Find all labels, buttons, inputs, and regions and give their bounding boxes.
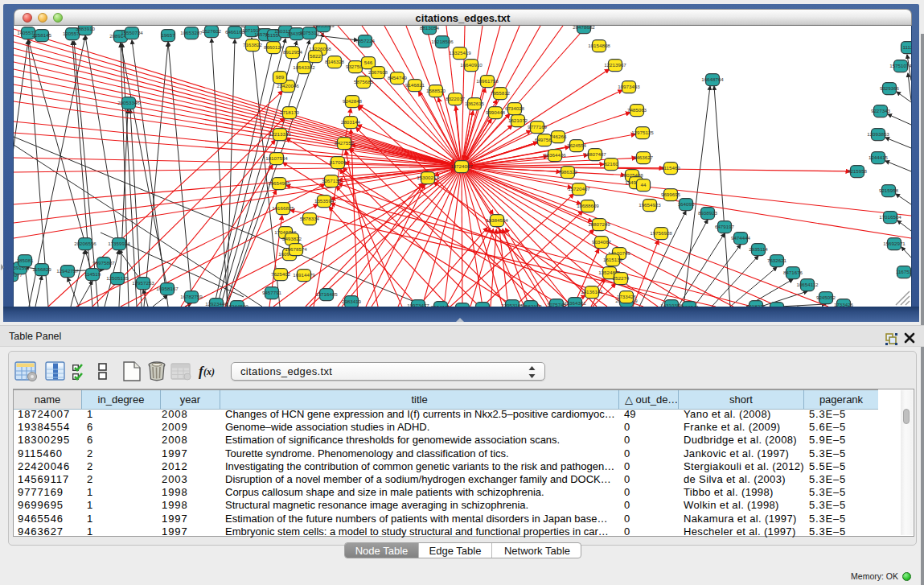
svg-text:2258145: 2258145 bbox=[32, 32, 52, 38]
svg-text:2563055: 2563055 bbox=[767, 305, 787, 307]
svg-text:12093853: 12093853 bbox=[867, 131, 889, 137]
svg-text:185081: 185081 bbox=[17, 257, 34, 263]
svg-text:6479197: 6479197 bbox=[715, 224, 735, 229]
svg-text:9463627: 9463627 bbox=[634, 154, 654, 160]
svg-text:8912954: 8912954 bbox=[283, 49, 303, 55]
svg-text:7857224: 7857224 bbox=[355, 38, 376, 43]
svg-text:9329366: 9329366 bbox=[880, 85, 900, 91]
svg-text:99975887: 99975887 bbox=[92, 260, 115, 266]
svg-text:17359924: 17359924 bbox=[108, 241, 130, 246]
svg-text:1362615: 1362615 bbox=[465, 101, 485, 106]
svg-text:1615132: 1615132 bbox=[603, 257, 623, 262]
svg-text:8938923: 8938923 bbox=[698, 210, 718, 216]
svg-text:2935114: 2935114 bbox=[749, 246, 768, 252]
svg-text:19654923: 19654923 bbox=[639, 202, 661, 208]
svg-text:18107554: 18107554 bbox=[265, 155, 288, 161]
svg-text:2718170: 2718170 bbox=[280, 109, 300, 115]
svg-text:10653287: 10653287 bbox=[180, 30, 203, 35]
svg-text:9242848: 9242848 bbox=[343, 98, 363, 104]
svg-text:7485063: 7485063 bbox=[627, 107, 647, 113]
svg-text:17016504: 17016504 bbox=[879, 214, 901, 220]
svg-text:9034067: 9034067 bbox=[592, 239, 612, 245]
svg-text:19218506: 19218506 bbox=[431, 39, 454, 44]
svg-text:62160: 62160 bbox=[604, 161, 618, 167]
svg-text:252274: 252274 bbox=[613, 275, 630, 281]
svg-text:12975125: 12975125 bbox=[631, 130, 654, 135]
svg-text:817006: 817006 bbox=[330, 159, 347, 165]
svg-text:19756928: 19756928 bbox=[650, 230, 672, 236]
svg-text:8215958: 8215958 bbox=[848, 168, 868, 174]
svg-text:8471676: 8471676 bbox=[783, 270, 803, 275]
svg-text:1733426: 1733426 bbox=[617, 294, 637, 299]
svg-text:746266: 746266 bbox=[550, 134, 567, 139]
svg-text:9227343: 9227343 bbox=[871, 108, 891, 113]
svg-text:18807249: 18807249 bbox=[588, 221, 610, 227]
svg-text:15550734: 15550734 bbox=[121, 30, 143, 35]
svg-text:1244415: 1244415 bbox=[869, 154, 889, 160]
svg-text:16640910: 16640910 bbox=[460, 62, 483, 68]
svg-text:18724007: 18724007 bbox=[450, 163, 473, 169]
svg-text:7625402: 7625402 bbox=[271, 271, 291, 277]
svg-text:1112: 1112 bbox=[903, 44, 911, 50]
svg-text:16033809: 16033809 bbox=[312, 26, 335, 28]
svg-text:5493822: 5493822 bbox=[282, 236, 302, 241]
svg-text:10688609: 10688609 bbox=[577, 203, 599, 208]
svg-text:15751074: 15751074 bbox=[889, 63, 911, 68]
svg-text:15692971: 15692971 bbox=[883, 241, 906, 246]
svg-text:2663941: 2663941 bbox=[680, 304, 700, 307]
svg-text:8813054: 8813054 bbox=[420, 26, 440, 31]
svg-text:20364436: 20364436 bbox=[544, 152, 566, 158]
svg-text:20562129: 20562129 bbox=[519, 303, 542, 307]
svg-text:6734028: 6734028 bbox=[505, 105, 525, 111]
svg-text:114519: 114519 bbox=[84, 271, 101, 277]
svg-text:7163822: 7163822 bbox=[243, 42, 263, 47]
svg-text:12213967: 12213967 bbox=[604, 62, 626, 68]
svg-text:13325419: 13325419 bbox=[449, 50, 471, 56]
svg-text:8454749: 8454749 bbox=[388, 75, 408, 80]
svg-text:16914479: 16914479 bbox=[293, 272, 315, 278]
svg-text:12505135: 12505135 bbox=[106, 275, 129, 281]
svg-text:16648764: 16648764 bbox=[701, 76, 724, 82]
svg-text:9990448: 9990448 bbox=[486, 109, 506, 115]
svg-text:20364361: 20364361 bbox=[564, 300, 586, 306]
svg-text:9777169: 9777169 bbox=[528, 124, 548, 130]
svg-text:15300213: 15300213 bbox=[417, 175, 439, 180]
svg-text:9115460: 9115460 bbox=[661, 165, 680, 171]
svg-text:9457791: 9457791 bbox=[262, 290, 282, 295]
svg-text:19384554: 19384554 bbox=[486, 217, 508, 223]
svg-text:12923446: 12923446 bbox=[205, 301, 228, 307]
svg-text:10654112: 10654112 bbox=[796, 282, 819, 287]
svg-text:1733426: 1733426 bbox=[834, 302, 854, 307]
svg-text:10973493: 10973493 bbox=[618, 84, 640, 89]
svg-text:1353594: 1353594 bbox=[314, 198, 335, 204]
svg-text:10961758: 10961758 bbox=[476, 78, 499, 84]
svg-text:44: 44 bbox=[641, 182, 647, 187]
svg-text:20053346: 20053346 bbox=[117, 100, 140, 105]
svg-text:5822: 5822 bbox=[310, 53, 321, 59]
svg-text:10807487: 10807487 bbox=[584, 151, 606, 157]
svg-text:15244500: 15244500 bbox=[226, 303, 248, 307]
svg-text:1156829: 1156829 bbox=[32, 266, 51, 272]
svg-text:116753: 116753 bbox=[896, 269, 911, 274]
svg-text:7955812: 7955812 bbox=[491, 90, 511, 96]
svg-text:2983419: 2983419 bbox=[342, 299, 362, 304]
svg-text:546: 546 bbox=[364, 60, 373, 65]
svg-text:8660124: 8660124 bbox=[264, 44, 284, 50]
svg-text:22160294: 22160294 bbox=[471, 305, 494, 307]
svg-text:5878334: 5878334 bbox=[300, 216, 320, 221]
svg-text:2803144: 2803144 bbox=[341, 119, 361, 125]
svg-text:7632621: 7632621 bbox=[767, 257, 787, 263]
svg-text:19678574: 19678574 bbox=[285, 246, 307, 252]
svg-text:20206556: 20206556 bbox=[74, 241, 97, 246]
svg-text:3267130: 3267130 bbox=[322, 178, 342, 183]
svg-text:3883910: 3883910 bbox=[76, 26, 96, 31]
svg-text:(x): (x) bbox=[203, 366, 215, 377]
svg-text:17957253: 17957253 bbox=[132, 280, 154, 286]
svg-text:16958167: 16958167 bbox=[156, 286, 179, 291]
svg-text:16782759: 16782759 bbox=[180, 294, 203, 299]
svg-text:19166825: 19166825 bbox=[272, 205, 294, 211]
svg-text:1621072: 1621072 bbox=[508, 117, 528, 123]
svg-text:9474444: 9474444 bbox=[731, 235, 751, 241]
svg-text:3624554: 3624554 bbox=[567, 142, 587, 148]
svg-text:10543342: 10543342 bbox=[293, 64, 315, 70]
